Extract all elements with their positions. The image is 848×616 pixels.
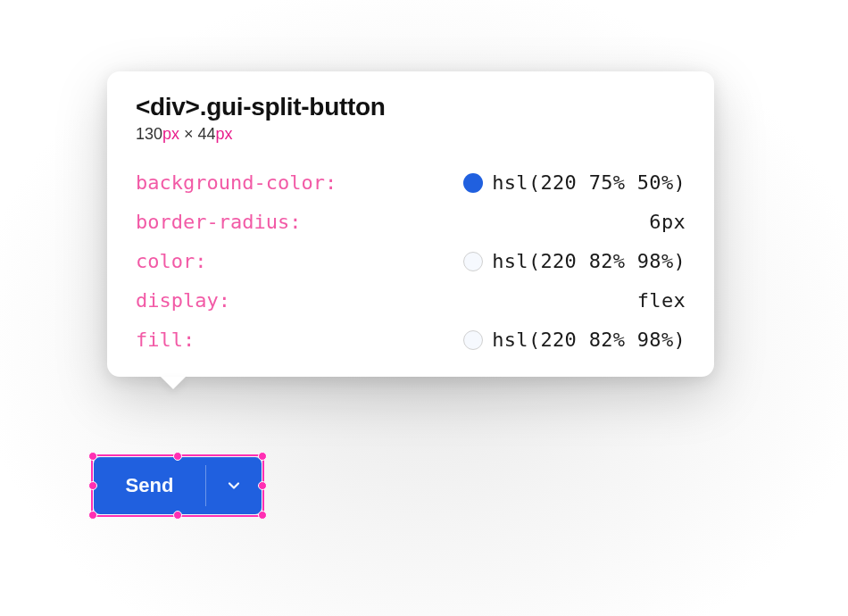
dim-width-value: 130 (136, 125, 162, 143)
canvas: <div>.gui-split-button 130px × 44px back… (0, 0, 848, 616)
css-properties-list: background-color: hsl(220 75% 50%) borde… (136, 169, 686, 354)
prop-value: hsl(220 82% 98%) (492, 326, 686, 354)
prop-row-border-radius: border-radius: 6px (136, 208, 686, 237)
prop-value: flex (637, 287, 686, 315)
prop-name: color: (136, 247, 206, 276)
prop-name: border-radius: (136, 208, 301, 237)
prop-row-color: color: hsl(220 82% 98%) (136, 247, 686, 276)
element-class-name: .gui-split-button (200, 93, 386, 121)
split-button-dropdown-toggle[interactable] (206, 457, 262, 514)
send-button-label: Send (126, 474, 174, 497)
inspected-element-wrapper: Send (94, 457, 262, 514)
dim-height-value: 44 (198, 125, 216, 143)
dim-separator: × (179, 125, 198, 143)
prop-value: hsl(220 75% 50%) (492, 169, 686, 197)
prop-name: display: (136, 287, 230, 315)
element-tag-name: <div> (136, 93, 200, 121)
color-swatch-icon (463, 252, 483, 271)
color-swatch-icon (463, 330, 483, 350)
prop-row-fill: fill: hsl(220 82% 98%) (136, 326, 686, 354)
tooltip-element-selector: <div>.gui-split-button (136, 93, 686, 121)
prop-name: background-color: (136, 169, 337, 197)
prop-row-background-color: background-color: hsl(220 75% 50%) (136, 169, 686, 197)
prop-row-display: display: flex (136, 287, 686, 315)
dim-height-unit: px (216, 125, 233, 143)
dim-width-unit: px (162, 125, 179, 143)
tooltip-dimensions: 130px × 44px (136, 125, 686, 144)
chevron-down-icon (225, 477, 243, 495)
color-swatch-icon (463, 173, 483, 193)
prop-value: hsl(220 82% 98%) (492, 247, 686, 276)
prop-value: 6px (649, 208, 686, 237)
gui-split-button[interactable]: Send (94, 457, 262, 514)
prop-name: fill: (136, 326, 195, 354)
send-button[interactable]: Send (94, 457, 205, 514)
element-inspector-tooltip: <div>.gui-split-button 130px × 44px back… (107, 71, 714, 377)
